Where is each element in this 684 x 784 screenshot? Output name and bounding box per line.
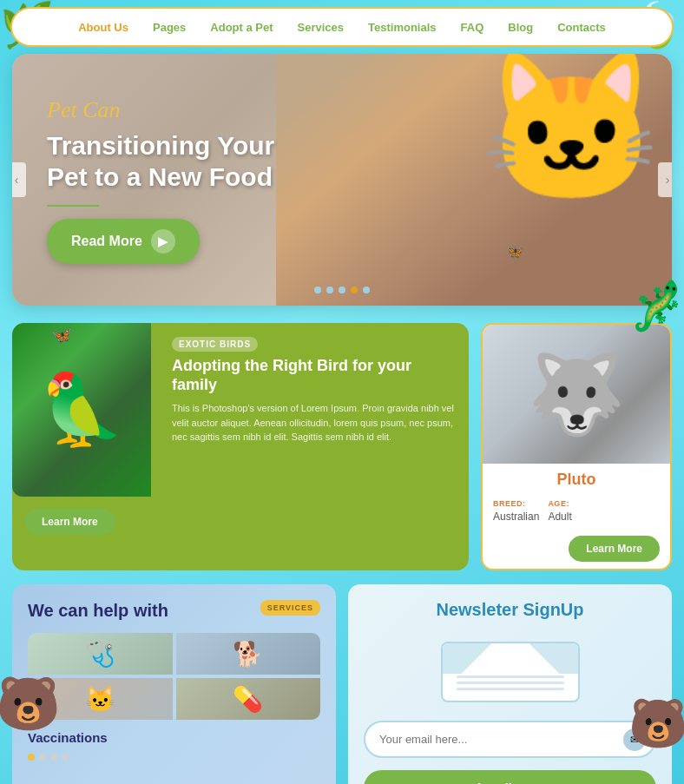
envelope-lines — [457, 675, 564, 694]
birds-text: This is Photoshop's version of Lorem Ips… — [172, 401, 457, 445]
newsletter-card: Newsleter SignUp ✉ Subscribe Now! — [348, 584, 672, 784]
service-image-2: 🐕 — [176, 633, 321, 675]
nav-pages[interactable]: Pages — [141, 12, 198, 43]
services-badge: SERVICES — [260, 600, 320, 616]
envelope-graphic — [364, 637, 656, 707]
service-dot-3[interactable] — [50, 754, 57, 761]
service-dot-2[interactable] — [39, 754, 46, 761]
breed-label: BREED: — [493, 499, 539, 508]
birds-tag: EXOTIC BIRDS — [172, 337, 258, 352]
service-image-3: 🐱 — [28, 678, 173, 720]
services-title: We can help with — [28, 600, 168, 621]
hero-content: Pet Can Transitioning Your Pet to a New … — [47, 97, 290, 264]
pet-breed-item: BREED: Australian — [493, 499, 539, 524]
hero-dot-2[interactable] — [326, 287, 333, 293]
pet-age-item: AGE: Adult — [548, 499, 571, 524]
email-icon: ✉ — [623, 728, 646, 751]
birds-title: Adopting the Right Bird for your family — [172, 357, 457, 394]
nav-blog[interactable]: Blog — [496, 12, 545, 43]
hero-image-bg: 🐱 — [276, 54, 672, 306]
nav-adopt[interactable]: Adopt a Pet — [198, 12, 285, 43]
nav-contacts[interactable]: Contacts — [545, 12, 618, 43]
hero-image-area: 🐱 — [276, 54, 672, 306]
newsletter-title: Newsleter SignUp — [364, 600, 656, 620]
hero-btn-arrow-icon: ▶ — [151, 229, 175, 254]
age-label: AGE: — [548, 499, 571, 508]
bottom-row: We can help with SERVICES 🩺 🐕 🐱 💊 Vaccin… — [12, 584, 672, 784]
pet-info: BREED: Australian AGE: Adult — [483, 494, 670, 529]
main-content-row: EXOTIC BIRDS Adopting the Right Bird for… — [12, 323, 672, 570]
hero-section: 🐱 Pet Can Transitioning Your Pet to a Ne… — [12, 54, 672, 306]
envelope — [441, 642, 580, 702]
hero-title: Transitioning Your Pet to a New Food — [47, 130, 290, 193]
service-image-4: 💊 — [176, 678, 321, 720]
hero-dot-5[interactable] — [363, 287, 370, 293]
env-line-2 — [457, 682, 564, 684]
services-header: We can help with SERVICES — [28, 600, 320, 621]
env-line-1 — [457, 675, 564, 678]
services-dots — [28, 754, 320, 761]
hero-dot-4[interactable] — [351, 287, 358, 293]
subscribe-button[interactable]: Subscribe Now! — [364, 770, 656, 784]
hero-prev-arrow[interactable]: ‹ — [12, 162, 26, 197]
pet-name: Pluto — [483, 464, 670, 494]
hero-btn-label: Read More — [71, 234, 142, 249]
hero-read-more-button[interactable]: Read More ▶ — [47, 219, 200, 264]
birds-learn-more-button[interactable]: Learn More — [24, 509, 115, 535]
birds-footer: Learn More — [12, 497, 469, 535]
age-value: Adult — [548, 511, 571, 523]
newsletter-input-wrap: ✉ — [364, 721, 656, 758]
hero-dot-3[interactable] — [339, 287, 345, 293]
hero-script-text: Pet Can — [47, 97, 290, 123]
services-images-grid: 🩺 🐕 🐱 💊 — [28, 633, 320, 720]
hero-next-arrow[interactable]: › — [658, 162, 672, 197]
birds-card-content: EXOTIC BIRDS Adopting the Right Bird for… — [160, 323, 469, 445]
birds-card: EXOTIC BIRDS Adopting the Right Bird for… — [12, 323, 469, 570]
hero-divider — [47, 205, 99, 207]
pet-learn-more-button[interactable]: Learn More — [569, 536, 660, 562]
hero-dot-1[interactable] — [314, 287, 321, 293]
nav-services[interactable]: Services — [286, 12, 357, 43]
pet-image — [483, 325, 670, 464]
main-nav: About Us Pages Adopt a Pet Services Test… — [10, 7, 674, 47]
service-image-1: 🩺 — [28, 633, 173, 675]
breed-value: Australian — [493, 511, 539, 523]
service-label: Vaccinations — [28, 730, 320, 745]
email-input[interactable] — [364, 721, 656, 758]
bird-image — [12, 323, 151, 497]
service-dot-4[interactable] — [62, 754, 69, 761]
nav-about-us[interactable]: About Us — [66, 12, 141, 43]
nav-testimonials[interactable]: Testimonials — [356, 12, 449, 43]
env-line-3 — [457, 688, 564, 690]
pet-card: Pluto BREED: Australian AGE: Adult Learn… — [481, 323, 672, 570]
nav-faq[interactable]: FAQ — [449, 12, 497, 43]
hero-dots — [314, 287, 370, 293]
services-card: We can help with SERVICES 🩺 🐕 🐱 💊 Vaccin… — [12, 584, 336, 784]
pet-footer: Learn More — [483, 529, 670, 569]
hero-cat-image: 🐱 — [479, 54, 663, 214]
service-dot-1[interactable] — [28, 754, 35, 761]
